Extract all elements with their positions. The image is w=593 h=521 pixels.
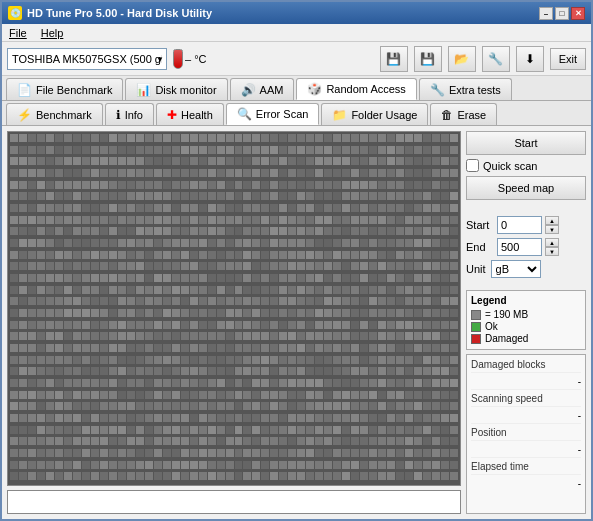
grid-cell <box>64 367 72 375</box>
grid-cell <box>315 309 323 317</box>
tab-error-scan[interactable]: 🔍 Error Scan <box>226 103 320 125</box>
grid-cell <box>46 239 54 247</box>
tab-random-access-label: Random Access <box>326 83 405 95</box>
grid-cell <box>450 204 458 212</box>
grid-cell <box>441 426 449 434</box>
grid-cell <box>172 472 180 480</box>
grid-cell <box>288 297 296 305</box>
grid-cell <box>405 204 413 212</box>
grid-cell <box>270 262 278 270</box>
tab-random-access[interactable]: 🎲 Random Access <box>296 78 416 100</box>
grid-cell <box>369 449 377 457</box>
grid-cell <box>226 414 234 422</box>
tab-extra-tests[interactable]: 🔧 Extra tests <box>419 78 512 100</box>
grid-cell <box>279 192 287 200</box>
error-scan-icon: 🔍 <box>237 107 252 121</box>
maximize-button[interactable]: □ <box>555 7 569 20</box>
grid-cell <box>252 169 260 177</box>
grid-cell <box>145 414 153 422</box>
tab-erase[interactable]: 🗑 Erase <box>430 103 497 125</box>
unit-select[interactable]: gB MB <box>491 260 541 278</box>
grid-cell <box>324 332 332 340</box>
grid-cell <box>28 204 36 212</box>
tab-benchmark[interactable]: ⚡ Benchmark <box>6 103 103 125</box>
toolbar-btn-open[interactable]: 📂 <box>448 46 476 72</box>
grid-cell <box>297 344 305 352</box>
grid-cell <box>360 472 368 480</box>
grid-cell <box>405 274 413 282</box>
close-button[interactable]: ✕ <box>571 7 585 20</box>
start-spin-down[interactable]: ▼ <box>545 225 559 234</box>
grid-cell <box>154 169 162 177</box>
grid-cell <box>235 402 243 410</box>
end-input[interactable] <box>497 238 542 256</box>
grid-cell <box>369 216 377 224</box>
end-spin-down[interactable]: ▼ <box>545 247 559 256</box>
grid-cell <box>217 227 225 235</box>
grid-cell <box>387 192 395 200</box>
grid-cell <box>190 367 198 375</box>
grid-cell <box>387 297 395 305</box>
minimize-button[interactable]: – <box>539 7 553 20</box>
tab-aam[interactable]: 🔊 AAM <box>230 78 295 100</box>
grid-cell <box>432 426 440 434</box>
grid-cell <box>199 321 207 329</box>
start-spin-up[interactable]: ▲ <box>545 216 559 225</box>
grid-cell <box>396 227 404 235</box>
exit-button[interactable]: Exit <box>550 48 586 70</box>
grid-cell <box>360 426 368 434</box>
grid-cell <box>172 356 180 364</box>
grid-cell <box>37 309 45 317</box>
menu-help[interactable]: Help <box>38 26 67 40</box>
grid-cell <box>82 472 90 480</box>
tab-benchmark-label: Benchmark <box>36 109 92 121</box>
tab-folder-usage[interactable]: 📁 Folder Usage <box>321 103 428 125</box>
grid-cell <box>297 367 305 375</box>
start-button[interactable]: Start <box>466 131 586 155</box>
grid-cell <box>324 321 332 329</box>
tab-disk-monitor[interactable]: 📊 Disk monitor <box>125 78 227 100</box>
speed-map-button[interactable]: Speed map <box>466 176 586 200</box>
grid-cell <box>450 402 458 410</box>
toolbar-btn-save[interactable]: 💾 <box>380 46 408 72</box>
grid-cell <box>100 426 108 434</box>
grid-cell <box>315 344 323 352</box>
grid-cell <box>10 134 18 142</box>
tab-info[interactable]: ℹ Info <box>105 103 154 125</box>
grid-cell <box>288 146 296 154</box>
grid-cell <box>423 367 431 375</box>
toolbar-btn-down[interactable]: ⬇ <box>516 46 544 72</box>
grid-cell <box>351 449 359 457</box>
grid-cell <box>217 379 225 387</box>
toolbar-btn-save2[interactable]: 💾 <box>414 46 442 72</box>
grid-cell <box>252 192 260 200</box>
thermometer-icon <box>173 49 183 69</box>
tab-health[interactable]: ✚ Health <box>156 103 224 125</box>
end-spin-up[interactable]: ▲ <box>545 238 559 247</box>
grid-cell <box>387 472 395 480</box>
start-input[interactable] <box>497 216 542 234</box>
grid-cell <box>226 297 234 305</box>
grid-cell <box>369 262 377 270</box>
grid-cell <box>423 227 431 235</box>
grid-cell <box>270 402 278 410</box>
grid-cell <box>163 216 171 224</box>
grid-cell <box>172 379 180 387</box>
grid-cell <box>441 239 449 247</box>
grid-cell <box>450 367 458 375</box>
grid-cell <box>226 251 234 259</box>
tab-file-benchmark[interactable]: 📄 File Benchmark <box>6 78 123 100</box>
grid-cell <box>396 286 404 294</box>
toolbar-btn-tools[interactable]: 🔧 <box>482 46 510 72</box>
grid-cell <box>127 239 135 247</box>
grid-cell <box>414 262 422 270</box>
quick-scan-checkbox[interactable] <box>466 159 479 172</box>
grid-cell <box>342 391 350 399</box>
grid-cell <box>181 309 189 317</box>
drive-dropdown[interactable]: TOSHIBA MK5075GSX (500 gB) <box>7 48 167 70</box>
grid-cell <box>306 379 314 387</box>
grid-cell <box>118 321 126 329</box>
grid-cell <box>190 227 198 235</box>
grid-cell <box>235 216 243 224</box>
menu-file[interactable]: File <box>6 26 30 40</box>
